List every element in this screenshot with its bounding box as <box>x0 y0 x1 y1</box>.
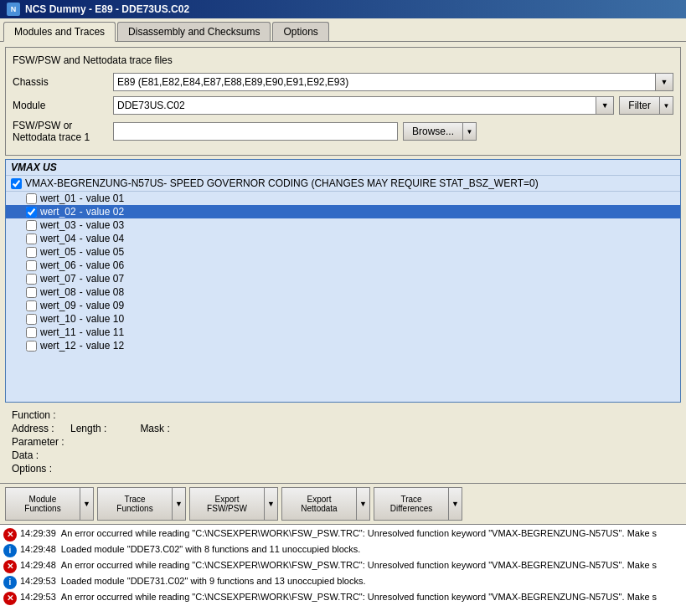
log-text: An error occurred while reading "C:\NCSE… <box>61 527 683 540</box>
title-bar-text: NCS Dummy - E89 - DDE73US.C02 <box>25 3 189 15</box>
item-checkbox[interactable] <box>26 287 37 298</box>
trace-differences-arrow[interactable]: ▼ <box>449 487 462 521</box>
export-nettodata-arrow[interactable]: ▼ <box>357 487 370 521</box>
module-list-item[interactable]: wert_08-value 08 <box>6 285 680 299</box>
item-checkbox[interactable] <box>26 327 37 338</box>
log-icon-info: i <box>3 576 17 589</box>
module-list-item[interactable]: wert_11-value 11 <box>6 326 680 339</box>
address-row: Address : Length : Mask : <box>12 423 674 434</box>
address-label: Address : <box>12 423 70 434</box>
module-list-item[interactable]: wert_12-value 12 <box>6 339 680 352</box>
log-icon-error: ✕ <box>3 560 17 573</box>
item-value: value 02 <box>86 206 124 218</box>
item-separator: - <box>80 259 83 271</box>
module-list-item[interactable]: wert_03-value 03 <box>6 218 680 232</box>
module-functions-arrow[interactable]: ▼ <box>80 487 94 521</box>
log-entry: ✕14:29:39An error occurred while reading… <box>3 526 683 542</box>
item-checkbox[interactable] <box>26 207 37 218</box>
data-row: Data : <box>12 449 674 461</box>
item-checkbox[interactable] <box>26 314 37 325</box>
item-name: wert_01 <box>40 192 76 204</box>
trace-differences-button[interactable]: Trace Differences <box>374 487 449 521</box>
export-fsw-psw-button[interactable]: Export FSW/PSW <box>189 487 265 521</box>
item-separator: - <box>80 300 83 311</box>
item-name: wert_06 <box>40 259 76 271</box>
filter-dropdown-btn[interactable]: ▼ <box>660 96 673 115</box>
chassis-dropdown-btn[interactable]: ▼ <box>656 73 673 91</box>
filter-button[interactable]: Filter <box>619 96 660 115</box>
log-icon-info: i <box>3 544 17 557</box>
module-list-header: VMAX US <box>6 160 680 176</box>
item-name: wert_11 <box>40 326 76 338</box>
item-separator: - <box>80 340 83 352</box>
module-list-item[interactable]: wert_06-value 06 <box>6 259 680 272</box>
trace1-input[interactable]: C:\NCSEXPER\WORK\FSW_PSW.TRC <box>113 122 398 141</box>
item-checkbox[interactable] <box>26 234 37 244</box>
item-checkbox[interactable] <box>26 274 37 285</box>
item-separator: - <box>80 192 83 204</box>
module-list-item[interactable]: wert_10-value 10 <box>6 312 680 326</box>
item-checkbox[interactable] <box>26 193 37 204</box>
item-checkbox[interactable] <box>26 341 37 352</box>
filter-btn-group: Filter ▼ <box>619 96 673 115</box>
main-item-checkbox[interactable] <box>11 178 22 189</box>
module-functions-group: Module Functions ▼ <box>5 487 94 521</box>
log-entry: i14:29:48Loaded module "DDE73.C02" with … <box>3 542 683 558</box>
item-separator: - <box>80 233 83 244</box>
item-separator: - <box>80 313 83 325</box>
log-time: 14:29:48 <box>20 559 56 572</box>
item-checkbox[interactable] <box>26 260 37 271</box>
function-row: Function : <box>12 409 674 421</box>
module-list-item[interactable]: wert_07-value 07 <box>6 272 680 285</box>
log-text: An error occurred while reading "C:\NCSE… <box>61 591 683 603</box>
browse-button[interactable]: Browse... <box>403 122 463 141</box>
log-entry: ✕14:29:53An error occurred while reading… <box>3 590 683 606</box>
log-section: ✕14:29:39An error occurred while reading… <box>0 524 686 616</box>
module-list-item[interactable]: wert_01-value 01 <box>6 192 680 205</box>
trace-functions-button[interactable]: Trace Functions <box>97 487 173 521</box>
item-checkbox[interactable] <box>26 300 37 311</box>
module-list-item[interactable]: wert_09-value 09 <box>6 299 680 312</box>
export-fsw-psw-arrow[interactable]: ▼ <box>265 487 278 521</box>
module-list-item[interactable]: wert_05-value 05 <box>6 245 680 259</box>
log-time: 14:29:53 <box>20 575 56 588</box>
chassis-row: Chassis E89 (E81,E82,E84,E87,E88,E89,E90… <box>13 73 673 91</box>
tab-options[interactable]: Options <box>272 22 328 41</box>
module-dropdown-btn[interactable]: ▼ <box>596 96 614 115</box>
data-label: Data : <box>12 449 70 461</box>
item-value: value 04 <box>86 233 124 244</box>
browse-dropdown-btn[interactable]: ▼ <box>463 122 477 141</box>
item-name: wert_07 <box>40 273 76 285</box>
module-functions-button[interactable]: Module Functions <box>5 487 80 521</box>
main-item-name: VMAX-BEGRENZUNG-N57US <box>25 177 163 189</box>
module-list-item[interactable]: wert_04-value 04 <box>6 232 680 245</box>
log-time: 14:29:39 <box>20 527 56 540</box>
chassis-select[interactable]: E89 (E81,E82,E84,E87,E88,E89,E90,E91,E92… <box>113 73 656 91</box>
fsw-psw-form-section: FSW/PSW and Nettodata trace files Chassi… <box>5 47 681 156</box>
item-name: wert_09 <box>40 300 76 311</box>
chassis-label: Chassis <box>13 76 113 88</box>
module-select[interactable]: DDE73US.C02 <box>113 96 596 115</box>
form-section-title: FSW/PSW and Nettodata trace files <box>13 54 673 66</box>
trace-functions-arrow[interactable]: ▼ <box>173 487 186 521</box>
module-list-item[interactable]: wert_02-value 02 <box>6 205 680 218</box>
tab-disassembly-checksums[interactable]: Disassembly and Checksums <box>117 22 271 41</box>
length-label: Length : <box>70 423 106 434</box>
item-value: value 05 <box>86 246 124 258</box>
module-select-wrapper: DDE73US.C02 ▼ <box>113 96 614 115</box>
module-list-area: VMAX US VMAX-BEGRENZUNG-N57US - SPEED GO… <box>5 159 681 403</box>
tab-modules-traces[interactable]: Modules and Traces <box>3 22 116 42</box>
item-separator: - <box>80 206 83 218</box>
mask-field: Mask : <box>140 423 169 434</box>
log-text: Loaded module "DDE73.C02" with 8 functio… <box>61 543 683 556</box>
module-list-scroll: wert_01-value 01wert_02-value 02wert_03-… <box>6 192 680 402</box>
export-nettodata-button[interactable]: Export Nettodata <box>281 487 357 521</box>
item-checkbox[interactable] <box>26 247 37 258</box>
main-item-desc: - SPEED GOVERNOR CODING (CHANGES MAY REQ… <box>163 177 538 189</box>
chassis-select-wrapper: E89 (E81,E82,E84,E87,E88,E89,E90,E91,E92… <box>113 73 673 91</box>
item-value: value 06 <box>86 259 124 271</box>
item-checkbox[interactable] <box>26 220 37 231</box>
log-text: An error occurred while reading "C:\NCSE… <box>61 559 683 572</box>
log-entry: ✕14:29:48An error occurred while reading… <box>3 558 683 574</box>
export-fsw-psw-group: Export FSW/PSW ▼ <box>189 487 278 521</box>
